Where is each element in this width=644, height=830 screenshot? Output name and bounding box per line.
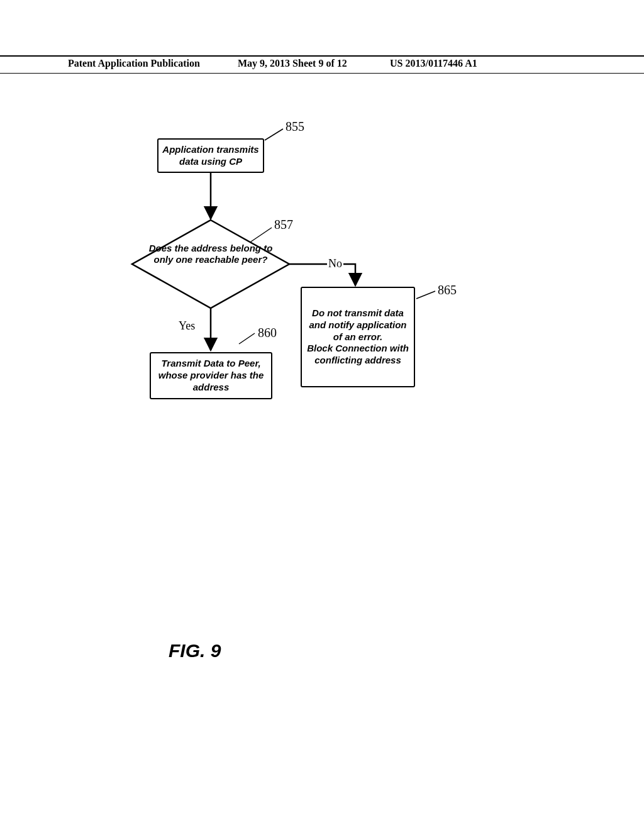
leader-855 (265, 129, 283, 140)
box-865: Do not transmit data and notify applicat… (301, 287, 415, 387)
figure-label: FIG. 9 (169, 640, 221, 661)
box-865-text: Do not transmit data and notify applicat… (306, 307, 410, 367)
leader-860 (239, 333, 255, 344)
page-header: Patent Application Publication May 9, 20… (0, 55, 644, 74)
ref-857: 857 (274, 218, 293, 232)
box-855: Application transmits data using CP (157, 138, 264, 173)
box-855-text: Application transmits data using CP (162, 144, 259, 168)
header-right: US 2013/0117446 A1 (390, 58, 477, 69)
decision-857-text: Does the address belong to only one reac… (148, 243, 274, 265)
header-mid: May 9, 2013 Sheet 9 of 12 (238, 58, 347, 69)
edge-857-865 (289, 264, 355, 285)
flow-svg (0, 0, 644, 830)
ref-865: 865 (438, 283, 457, 297)
leader-865 (416, 291, 435, 299)
box-860: Transmit Data to Peer, whose provider ha… (150, 352, 272, 399)
header-left: Patent Application Publication (68, 58, 200, 69)
edge-label-no: No (327, 257, 343, 270)
ref-860: 860 (258, 326, 277, 340)
box-860-text: Transmit Data to Peer, whose provider ha… (155, 358, 267, 393)
edge-label-yes: Yes (177, 319, 196, 333)
ref-855: 855 (286, 119, 304, 134)
leader-857 (250, 228, 272, 242)
